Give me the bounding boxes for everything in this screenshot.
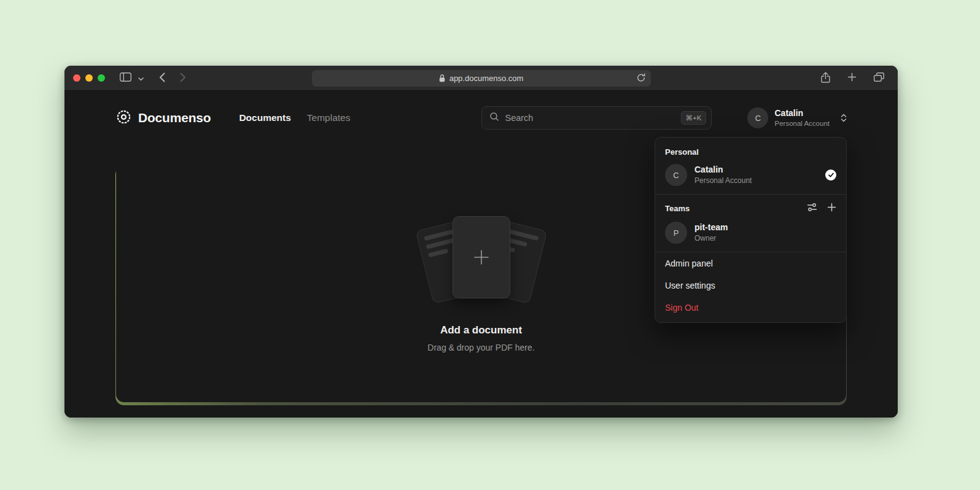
dropzone-subtitle: Drag & drop your PDF here. xyxy=(427,343,534,352)
app-content: Documenso Documents Templates ⌘+K C Cata… xyxy=(64,91,898,418)
brand[interactable]: Documenso xyxy=(115,109,211,128)
chevron-down-icon xyxy=(138,74,144,83)
create-team-button[interactable] xyxy=(827,203,836,214)
plus-icon xyxy=(472,248,491,266)
plus-icon xyxy=(827,203,836,214)
sidebar-menu-chevron-button[interactable] xyxy=(136,69,146,87)
brand-name: Documenso xyxy=(138,111,211,125)
reload-button[interactable] xyxy=(637,73,645,84)
menu-account-name: Catalin xyxy=(694,164,752,176)
avatar: C xyxy=(665,164,687,186)
url-text: app.documenso.com xyxy=(449,74,524,83)
titlebar-right-actions xyxy=(816,69,889,87)
sidebar-toggle-button[interactable] xyxy=(115,69,136,87)
tab-overview-icon xyxy=(874,72,884,84)
menu-item-user-settings[interactable]: User settings xyxy=(655,274,846,297)
logo-icon xyxy=(115,109,132,128)
minimize-window-button[interactable] xyxy=(85,74,93,82)
new-tab-icon xyxy=(847,72,857,84)
new-tab-button[interactable] xyxy=(842,69,861,87)
address-bar[interactable]: app.documenso.com xyxy=(312,70,651,87)
avatar: P xyxy=(665,222,687,244)
share-icon xyxy=(821,72,830,85)
account-name: Catalin xyxy=(774,107,830,119)
back-icon xyxy=(159,72,165,84)
menu-team-role: Owner xyxy=(694,233,728,243)
menu-section-teams-header: Teams xyxy=(655,195,846,219)
documents-stack-icon xyxy=(419,215,544,307)
menu-section-personal-label: Personal xyxy=(655,140,846,161)
back-button[interactable] xyxy=(154,69,170,87)
close-window-button[interactable] xyxy=(73,74,80,82)
sliders-icon xyxy=(807,202,817,214)
account-menu-button[interactable]: C Catalin Personal Account xyxy=(747,107,847,128)
menu-personal-account-row[interactable]: C Catalin Personal Account xyxy=(655,161,846,194)
share-button[interactable] xyxy=(816,69,835,87)
menu-team-name: pit-team xyxy=(694,222,728,233)
account-type: Personal Account xyxy=(774,119,830,128)
reload-icon xyxy=(637,73,645,84)
tab-overview-button[interactable] xyxy=(869,69,889,87)
nav-documents[interactable]: Documents xyxy=(239,112,290,123)
avatar: C xyxy=(747,107,768,128)
menu-section-teams-label: Teams xyxy=(665,204,690,213)
search-icon xyxy=(489,112,499,124)
manage-teams-button[interactable] xyxy=(807,202,817,214)
check-icon xyxy=(825,169,836,181)
stack-card-center xyxy=(453,216,510,298)
menu-item-sign-out[interactable]: Sign Out xyxy=(655,297,846,319)
search-input[interactable] xyxy=(505,113,675,123)
search-box[interactable]: ⌘+K xyxy=(481,106,712,130)
zoom-window-button[interactable] xyxy=(98,74,105,82)
forward-button[interactable] xyxy=(175,69,191,87)
lock-icon xyxy=(439,74,445,82)
window-controls xyxy=(73,74,105,82)
search-shortcut-badge: ⌘+K xyxy=(681,111,707,125)
forward-icon xyxy=(180,72,186,84)
browser-titlebar: app.documenso.com xyxy=(64,66,898,91)
menu-team-row[interactable]: P pit-team Owner xyxy=(655,219,846,252)
browser-window: app.documenso.com xyxy=(64,66,898,418)
account-dropdown-menu: Personal C Catalin Personal Account Team… xyxy=(655,137,847,323)
main-nav: Documents Templates xyxy=(239,112,350,123)
selector-icon xyxy=(841,114,847,122)
menu-account-type: Personal Account xyxy=(694,176,752,185)
sidebar-toggle-icon xyxy=(120,72,131,84)
nav-templates[interactable]: Templates xyxy=(307,112,351,123)
dropzone-title: Add a document xyxy=(440,324,522,336)
menu-item-admin-panel[interactable]: Admin panel xyxy=(655,252,846,274)
